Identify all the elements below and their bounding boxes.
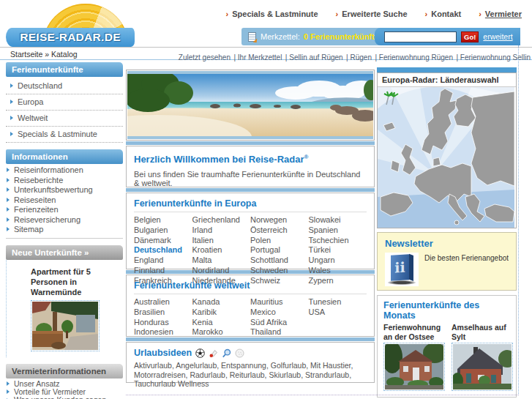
europe-map[interactable] [378,87,516,228]
country-link[interactable]: Deutschland [134,245,192,256]
country-link[interactable]: Kenia [192,318,251,328]
top-nav-label: Specials & Lastminute [232,10,318,18]
country-link[interactable]: Indonesien [134,327,192,338]
europa-radar-title: Europa-Radar: Länderauswahl [378,73,516,87]
sidebar-item[interactable]: Ferienzeiten [6,205,123,215]
monat-listing[interactable]: Ferienwohnung an der Ostsee [383,323,445,391]
country-link[interactable]: Österreich [250,225,309,236]
new-listing-photo[interactable] [31,300,100,351]
sidebar-item[interactable]: Reiseseiten [6,195,123,206]
quick-link[interactable]: Ihr Merkzettel [233,53,282,61]
arrow-icon [7,227,10,231]
newsletter-box[interactable]: Newsletter ii Die besten Ferienangebote,… [377,232,517,291]
merkzettel-status[interactable]: Merkzettel: 0 Ferienunterkünfte [241,28,378,45]
country-link[interactable]: Spanien [309,225,367,236]
country-link[interactable]: Marokko [192,327,251,338]
country-link[interactable]: Kroatien [192,245,251,256]
arrow-icon [10,116,13,120]
quick-link[interactable]: Ferienwohnung Sellin [456,53,531,61]
sidebar-item[interactable]: Sitemap [6,225,123,235]
sidebar-item[interactable]: Specials & Lastminute [6,127,123,143]
main-content: Herzlich Willkommen bei Reise-Radar® Bei… [126,70,375,383]
breadcrumb[interactable]: Startseite » Katalog [10,50,78,59]
new-listing-title[interactable]: Apartment für 5 Personen in Warnemünde [31,266,113,297]
sidebar-item[interactable]: Reiseberichte [6,176,123,186]
arrow-icon [7,389,10,394]
newsletter-title: Newsletter [385,238,509,249]
divider [126,338,375,341]
country-link[interactable]: Zypern [309,276,367,286]
go-button[interactable]: Go! [461,31,479,42]
country-link[interactable]: Irland [192,225,251,236]
country-link[interactable]: Mauritius [250,297,309,307]
sidebar-item[interactable]: Reiseinformationen [6,165,123,176]
sidebar-item[interactable]: Deutschland [6,78,123,94]
country-link[interactable]: Schweiz [250,276,309,286]
country-link[interactable]: Mexico [250,307,309,318]
search-bar: Merkzettel: 0 Ferienunterkünfte Go! erwe… [241,28,520,45]
top-nav-item[interactable]: ›Erweiterte Suche [336,10,408,18]
top-nav-item[interactable]: ›Vermieter [479,10,522,18]
sidebar-item[interactable]: Was unsere Kunden sagen [6,396,123,399]
sidebar-item[interactable]: Europa [6,94,123,111]
quick-link[interactable]: Sellin auf Rügen [285,53,343,61]
urlaubsideen-title[interactable]: Urlaubsideen [134,348,192,358]
country-link[interactable]: Ungarn [309,256,367,266]
country-link[interactable]: Malta [192,256,251,266]
country-link[interactable]: Süd Afrika [250,318,309,328]
sidebar-header-neue-unterkuenfte[interactable]: Neue Unterkünfte » [6,245,123,260]
quick-link[interactable]: Ferienwohnung Rügen [375,53,453,61]
sidebar-item[interactable]: Unterkunftsbewertung [6,185,123,195]
country-link[interactable]: Bulgarien [134,225,192,236]
arrow-icon [7,381,10,386]
monat-listing[interactable]: Amselhaus auf Sylt [452,323,513,391]
erweitert-link[interactable]: erweitert [483,32,512,41]
country-link[interactable]: Kanada [192,297,251,307]
country-link[interactable]: Finnland [134,266,192,276]
site-logo[interactable]: REISE-RADAR.DE [6,1,139,47]
country-link[interactable]: Polen [250,236,309,246]
country-link[interactable]: Wales [309,266,367,276]
country-link[interactable]: Italien [192,236,251,246]
quick-link[interactable]: Zuletzt gesehen [179,53,231,61]
country-column: AustralienBrasilienHondurasIndonesien [134,297,192,338]
country-link[interactable]: Norwegen [250,215,309,225]
country-link[interactable]: Honduras [134,318,192,328]
country-link[interactable]: Nordirland [192,266,251,276]
chevron-icon: › [336,10,339,18]
country-link[interactable]: Slowakei [309,215,367,225]
sidebar-item-label: Specials & Lastminute [18,130,97,138]
sidebar-item[interactable]: Weltweit [6,111,123,127]
country-link[interactable]: Brasilien [134,307,192,318]
top-nav-item[interactable]: ›Kontakt [425,10,462,18]
arrow-icon [10,83,13,88]
country-link[interactable]: Australien [134,297,192,307]
sidebar-item-label: Reiseversicherung [14,215,80,224]
country-link[interactable]: Portugal [250,245,309,256]
soccer-ball-icon [195,348,205,358]
europa-box: Ferienunterkünfte in Europa BelgienBulga… [126,193,375,269]
sidebar-item[interactable]: Reiseversicherung [6,215,123,225]
country-link[interactable]: Türkei [309,245,367,256]
search-input[interactable] [384,31,457,42]
country-link[interactable]: Schottland [250,256,309,266]
country-link[interactable]: Schweden [250,266,309,276]
country-link[interactable]: Griechenland [192,215,251,225]
country-link[interactable]: USA [309,307,367,318]
hero-photo-box [126,70,375,141]
top-nav-item[interactable]: ›Specials & Lastminute [226,10,318,18]
country-link[interactable]: Belgien [134,215,192,225]
magnifier-icon [222,348,231,358]
country-link[interactable]: Dänemark [134,236,192,246]
quick-link[interactable]: Rügen [346,53,372,61]
sidebar-header-informationen: Informationen [6,149,123,164]
europa-title[interactable]: Ferienunterkünfte in Europa [134,198,367,212]
country-link[interactable]: Karibik [192,307,251,318]
monat-listing-photo [383,343,445,391]
country-link[interactable]: Tschechien [309,236,367,246]
new-listing: Apartment für 5 Personen in Warnemünde [6,260,123,357]
country-link[interactable]: Tunesien [309,297,367,307]
country-link[interactable]: Thailand [250,327,309,338]
country-link[interactable]: England [134,256,192,266]
urlaubsideen-text[interactable]: Aktivurlaub, Angelurlaub, Entspannung, G… [134,361,367,389]
